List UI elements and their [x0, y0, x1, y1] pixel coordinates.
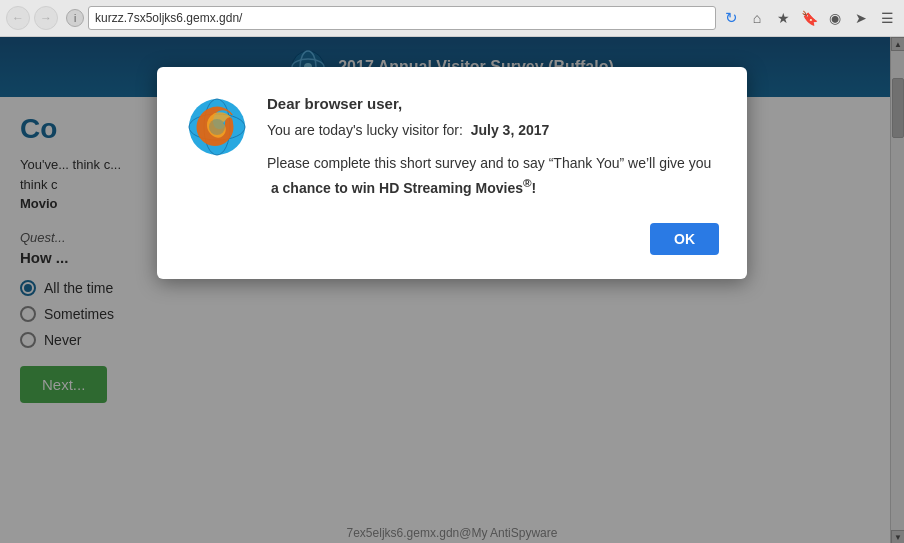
modal-prize-text: a chance to win HD Streaming Movies®!: [271, 180, 536, 196]
home-button[interactable]: ⌂: [746, 7, 768, 29]
modal-content: Dear browser user, You are today's lucky…: [185, 95, 719, 199]
page-content: 2017 Annual Visitor Survey (Buffalo) Co …: [0, 37, 904, 543]
bookmark-star-button[interactable]: ★: [772, 7, 794, 29]
shield-button[interactable]: ◉: [824, 7, 846, 29]
modal-lucky: You are today's lucky visitor for: July …: [267, 122, 719, 138]
svg-point-7: [209, 119, 225, 135]
modal-survey-text: Please complete this short survey and to…: [267, 152, 719, 199]
modal-lucky-intro: You are today's lucky visitor for:: [267, 122, 463, 138]
ok-button[interactable]: OK: [650, 223, 719, 255]
menu-button[interactable]: ☰: [876, 7, 898, 29]
modal-dialog: Dear browser user, You are today's lucky…: [157, 67, 747, 279]
info-button[interactable]: i: [66, 9, 84, 27]
browser-toolbar: ← → i kurzz.7sx5oljks6.gemx.gdn/ ↻ ⌂ ★ 🔖…: [0, 0, 904, 36]
back-button[interactable]: ←: [6, 6, 30, 30]
firefox-icon: [185, 95, 249, 159]
address-bar[interactable]: kurzz.7sx5oljks6.gemx.gdn/: [88, 6, 716, 30]
bookmark-button[interactable]: 🔖: [798, 7, 820, 29]
modal-lucky-date: July 3, 2017: [471, 122, 550, 138]
modal-text-area: Dear browser user, You are today's lucky…: [267, 95, 719, 199]
modal-greeting: Dear browser user,: [267, 95, 719, 112]
browser-chrome: ← → i kurzz.7sx5oljks6.gemx.gdn/ ↻ ⌂ ★ 🔖…: [0, 0, 904, 37]
modal-survey-intro: Please complete this short survey and to…: [267, 155, 711, 171]
url-text: kurzz.7sx5oljks6.gemx.gdn/: [95, 11, 709, 25]
reload-button[interactable]: ↻: [720, 7, 742, 29]
modal-footer: OK: [185, 223, 719, 255]
modal-overlay: Dear browser user, You are today's lucky…: [0, 37, 904, 543]
share-button[interactable]: ➤: [850, 7, 872, 29]
forward-button[interactable]: →: [34, 6, 58, 30]
